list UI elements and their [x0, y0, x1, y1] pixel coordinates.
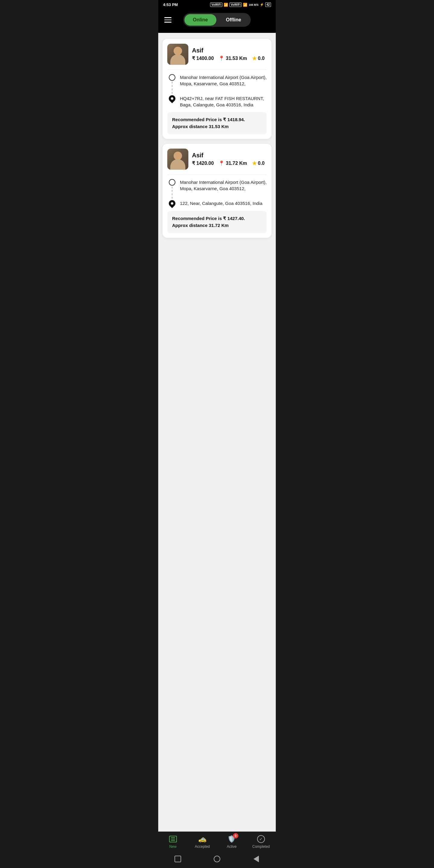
ride-card-1[interactable]: Asif ₹ 1400.00 📍 31.53 Km ★ 0.0 — [162, 39, 272, 139]
new-label: New — [169, 844, 177, 849]
hamburger-menu[interactable] — [164, 17, 172, 23]
status-bar: 4:53 PM VoWiFi 📶 VoWiFi 📶 166 B/S ⚡ 42 — [158, 0, 276, 9]
dropoff-address-1: HQ42+7RJ, near FAT FISH RESTAURNT, Baga,… — [180, 95, 267, 108]
back-button[interactable] — [252, 855, 260, 863]
network1-label: VoWiFi — [210, 2, 222, 7]
pickup-point-2: Manohar International Airport (Goa Airpo… — [168, 179, 267, 199]
dropoff-icon-col-2 — [168, 199, 176, 207]
recent-apps-button[interactable] — [174, 855, 182, 863]
driver-info-2: Asif ₹ 1420.00 📍 31.72 Km ★ 0.0 — [167, 149, 267, 170]
nav-item-completed[interactable]: ✓ Completed — [247, 835, 276, 849]
driver-stats-2: ₹ 1420.00 📍 31.72 Km ★ 0.0 — [192, 160, 267, 167]
driver-stats-1: ₹ 1400.00 📍 31.53 Km ★ 0.0 — [192, 55, 267, 62]
completed-icon: ✓ — [257, 835, 265, 843]
nav-item-new[interactable]: New — [158, 835, 188, 849]
dropoff-pin-1 — [167, 94, 177, 103]
divider-2 — [167, 175, 267, 175]
recommended-price-text-1: Recommended Price is ₹ 1418.94. Approx d… — [172, 116, 262, 130]
triangle-icon — [253, 856, 259, 862]
accepted-label: Accepted — [195, 844, 210, 849]
dropoff-point-1: HQ42+7RJ, near FAT FISH RESTAURNT, Baga,… — [168, 95, 267, 108]
recommended-price-box-2: Recommended Price is ₹ 1427.40. Approx d… — [167, 211, 267, 233]
list-icon — [169, 836, 177, 842]
location-pin-icon-1: 📍 — [218, 56, 224, 61]
star-icon-1: ★ — [252, 55, 257, 62]
driver-details-2: Asif ₹ 1420.00 📍 31.72 Km ★ 0.0 — [192, 152, 267, 167]
pickup-address-2: Manohar International Airport (Goa Airpo… — [180, 179, 267, 192]
taxi-icon: 🚕 — [198, 835, 207, 843]
pickup-icon-col-1 — [168, 73, 176, 95]
active-label: Active — [227, 844, 237, 849]
system-nav — [158, 851, 276, 868]
circle-icon — [214, 856, 220, 862]
ride-card-2[interactable]: Asif ₹ 1420.00 📍 31.72 Km ★ 0.0 — [162, 144, 272, 238]
pickup-address-1: Manohar International Airport (Goa Airpo… — [180, 73, 267, 87]
signal2-icon: 📶 — [243, 3, 247, 7]
time: 4:53 PM — [163, 2, 178, 7]
ride-distance-1: 📍 31.53 Km — [218, 56, 247, 61]
lightning-icon: ⚡ — [260, 3, 264, 7]
dropoff-icon-col-1 — [168, 95, 176, 102]
pickup-circle-2 — [169, 179, 176, 186]
online-button[interactable]: Online — [184, 14, 216, 26]
accepted-icon: 🚕 — [198, 835, 207, 843]
driver-name-1: Asif — [192, 47, 267, 54]
pickup-circle-1 — [169, 74, 176, 81]
driver-details-1: Asif ₹ 1400.00 📍 31.53 Km ★ 0.0 — [192, 47, 267, 62]
active-icon-wrap: 🛡️ 0 — [227, 835, 236, 843]
dropoff-point-2: 122, Near, Calangute, Goa 403516, India — [168, 199, 267, 207]
data-speed: 166 B/S — [249, 3, 258, 6]
check-circle-icon: ✓ — [257, 835, 265, 843]
status-icons: VoWiFi 📶 VoWiFi 📶 166 B/S ⚡ 42 — [210, 2, 271, 7]
ride-price-1: ₹ 1400.00 — [192, 56, 214, 61]
driver-avatar-2 — [167, 149, 188, 170]
completed-label: Completed — [252, 844, 270, 849]
dropoff-address-2: 122, Near, Calangute, Goa 403516, India — [180, 199, 262, 207]
driver-avatar-1 — [167, 44, 188, 65]
ride-rating-2: ★ 0.0 — [252, 160, 265, 167]
square-icon — [175, 856, 181, 862]
header: Online Offline — [158, 9, 276, 33]
location-pin-icon-2: 📍 — [218, 160, 224, 166]
ride-rating-1: ★ 0.0 — [252, 55, 265, 62]
route-line-1 — [172, 82, 173, 94]
battery-indicator: 42 — [265, 2, 271, 7]
network2-label: VoWiFi — [229, 2, 242, 7]
route-line-2 — [172, 187, 173, 198]
driver-name-2: Asif — [192, 152, 267, 159]
route-2: Manohar International Airport (Goa Airpo… — [167, 179, 267, 207]
driver-info-1: Asif ₹ 1400.00 📍 31.53 Km ★ 0.0 — [167, 44, 267, 65]
home-button[interactable] — [213, 855, 221, 863]
ride-price-2: ₹ 1420.00 — [192, 160, 214, 166]
nav-item-active[interactable]: 🛡️ 0 Active — [217, 835, 247, 849]
recommended-price-box-1: Recommended Price is ₹ 1418.94. Approx d… — [167, 112, 267, 134]
active-badge: 0 — [233, 833, 239, 838]
online-offline-toggle[interactable]: Online Offline — [183, 13, 251, 27]
rides-list: Asif ₹ 1400.00 📍 31.53 Km ★ 0.0 — [158, 33, 276, 832]
star-icon-2: ★ — [252, 160, 257, 167]
new-icon — [169, 835, 177, 843]
pickup-icon-col-2 — [168, 179, 176, 199]
ride-distance-2: 📍 31.72 Km — [218, 160, 247, 166]
pickup-point-1: Manohar International Airport (Goa Airpo… — [168, 73, 267, 95]
nav-item-accepted[interactable]: 🚕 Accepted — [188, 835, 217, 849]
divider-1 — [167, 70, 267, 70]
offline-button[interactable]: Offline — [218, 14, 250, 26]
signal1-icon: 📶 — [224, 3, 228, 7]
bottom-nav: New 🚕 Accepted 🛡️ 0 Active ✓ Completed — [158, 832, 276, 851]
recommended-price-text-2: Recommended Price is ₹ 1427.40. Approx d… — [172, 215, 262, 229]
route-1: Manohar International Airport (Goa Airpo… — [167, 73, 267, 108]
dropoff-pin-2 — [167, 198, 177, 208]
